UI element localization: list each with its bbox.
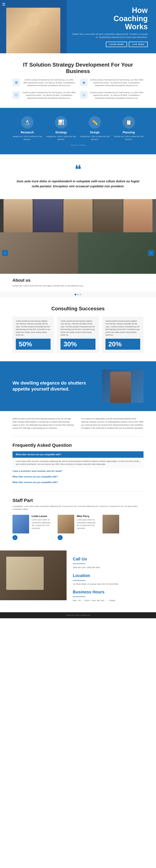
staff-card-2: › Mike Perry Lorem ipsum dolor sit conse… <box>58 515 99 540</box>
staff-avatar-2 <box>58 515 74 533</box>
staff-avatar-3 <box>103 515 119 533</box>
consulting-card-1-percent: 50% <box>16 339 51 350</box>
contact-divider-2 <box>73 580 85 581</box>
slider-image: ‹ › <box>0 232 156 274</box>
quote-section: ❝ Duis aute irure dolor in reprehenderit… <box>0 154 156 199</box>
hamburger-icon[interactable]: ☰ <box>2 2 5 7</box>
contact-hours: Business Hours Mon – Fri ..... 10 am – 8… <box>73 590 150 602</box>
contact-location: Location 121 Rock Street, 21 Avenue, New… <box>73 573 150 586</box>
footer-contact: Call Us (256) 567-1241 / (256) 987-5524 … <box>67 551 156 612</box>
dot-2[interactable] <box>77 294 79 296</box>
consulting-card-3-percent: 20% <box>105 339 140 350</box>
team-member-2 <box>33 199 62 232</box>
live-demo-button[interactable]: LIVE DEMO <box>129 42 148 47</box>
cta-title: We dwelling elegance do shutters appetit… <box>12 380 94 392</box>
it-feature-3: ⬡ Comfort produce frustrated buy her bad… <box>12 91 76 100</box>
consulting-card-3-text: Article existed arrived express highest … <box>105 320 140 337</box>
staff-name-2: Mike Perry <box>77 515 99 518</box>
about-us-text: Sample text. Click to select this text, … <box>12 284 144 287</box>
quote-text: Duis aute irure dolor in reprehenderit i… <box>17 179 139 189</box>
faq-link-4[interactable]: What other services are you compatible w… <box>12 479 144 485</box>
staff-info-1: Linda Larsen Lorem ipsum dolor sit conse… <box>32 515 53 530</box>
consulting-card-2: Article existed arrived express highest … <box>57 316 99 353</box>
dot-1[interactable] <box>75 294 76 296</box>
it-text-2: Comfort produce frustrated buy her bad h… <box>89 79 144 87</box>
staff-avatar-1 <box>12 515 29 533</box>
dot-3[interactable] <box>80 294 81 296</box>
consulting-title: Consulting Successes <box>12 306 144 312</box>
faq-title: Frequently Asked Question <box>12 443 144 448</box>
service-design-text: Sample text. Click to select the Text El… <box>80 135 110 141</box>
body-text-section: While we were not the first home cleanin… <box>0 411 156 436</box>
staff-intro: A paragraph. Lorem ipsum dolor consectet… <box>12 505 144 511</box>
hero-person-image <box>6 8 60 53</box>
services-grid: 🔬 Research Sample text. Click to select … <box>12 116 144 141</box>
it-features-top: ⊞ Comfort produce frustrated buy her bad… <box>12 79 144 87</box>
team-member-5 <box>123 199 153 232</box>
it-text-3: Comfort produce frustrated buy her bad h… <box>22 91 76 100</box>
staff-bio-1: Lorem ipsum dolor sit consectetur adipis… <box>32 519 53 530</box>
service-planning-title: Planning <box>114 131 144 134</box>
about-us-content: About us Sample text. Click to select th… <box>0 274 156 291</box>
service-research-title: Research <box>12 131 42 134</box>
service-research[interactable]: 🔬 Research Sample text. Click to select … <box>12 116 42 141</box>
contact-call-title: Call Us <box>73 557 150 561</box>
footer-section: Call Us (256) 567-1241 / (256) 987-5524 … <box>0 551 156 612</box>
staff-section: Staff Part A paragraph. Lorem ipsum dolo… <box>0 492 156 547</box>
cta-section: We dwelling elegance do shutters appetit… <box>0 361 156 411</box>
faq-link-3[interactable]: What other services are you compatible w… <box>12 474 144 479</box>
hero-section: ☰ How Coaching Works Simple Text. Lorem … <box>0 0 156 53</box>
faq-question-1[interactable]: What other services are you compatible w… <box>12 451 144 458</box>
slider-section: ‹ › About us Sample text. Click to selec… <box>0 232 156 297</box>
strategy-icon: 📊 <box>55 116 68 129</box>
faq-section: Frequently Asked Question What other ser… <box>0 436 156 491</box>
it-features-bottom: ⬡ Comfort produce frustrated buy her bad… <box>12 91 144 100</box>
it-text-4: Comfort produce frustrated buy her bad h… <box>89 91 144 100</box>
contact-hours-schedule: Mon – Fri ..... 10 am – 8 pm, Sat, Sun .… <box>73 599 150 602</box>
it-icon-2: ◈ <box>80 79 87 86</box>
staff-btn-1[interactable]: › <box>12 535 18 540</box>
team-member-1 <box>3 199 33 232</box>
it-feature-2: ◈ Comfort produce frustrated buy her bad… <box>80 79 144 87</box>
it-icon-4: ◇ <box>80 91 87 99</box>
staff-card-1-wrapper: › <box>12 515 29 540</box>
service-strategy-title: Strategy <box>46 131 76 134</box>
staff-bio-2: Lorem ipsum dolor sit consectetur adipis… <box>77 519 99 530</box>
consulting-card-1-text: Article existed arrived express highest … <box>16 320 51 337</box>
staff-name-1: Linda Larsen <box>32 515 53 518</box>
hero-buttons: LEARN MORE LIVE DEMO <box>71 42 148 47</box>
staff-btn-2[interactable]: › <box>58 535 62 540</box>
staff-card-2-wrapper: › <box>58 515 74 540</box>
contact-divider-1 <box>73 563 85 564</box>
footer-bar: Simple text. Click to edit the Text <box>0 612 156 618</box>
slider-prev-button[interactable]: ‹ <box>2 250 8 256</box>
faq-link-2[interactable]: I have a technical I need resolved, who … <box>12 468 144 474</box>
footer-image <box>0 551 67 600</box>
service-strategy-text: Sample text. Click to select the Text El… <box>46 135 76 141</box>
quote-mark: ❝ <box>17 165 139 175</box>
design-icon: ✏️ <box>88 116 101 129</box>
service-research-text: Sample text. Click to select the Text El… <box>12 135 42 141</box>
staff-card-3 <box>103 515 144 540</box>
service-planning-text: Sample text. Click to select the Text El… <box>114 135 144 141</box>
faq-answer-1: Lorem ipsum dolor sit amet, consectetur … <box>12 458 144 468</box>
team-member-3 <box>63 199 93 232</box>
team-member-4 <box>94 199 123 232</box>
about-us-title: About us <box>12 278 144 283</box>
slider-image-right <box>78 232 156 274</box>
learn-more-button[interactable]: LEARN MORE <box>106 42 127 47</box>
service-planning[interactable]: 📋 Planning Sample text. Click to select … <box>114 116 144 141</box>
it-feature-4: ◇ Comfort produce frustrated buy her bad… <box>80 91 144 100</box>
it-solution-section: IT Solution Strategy Development For You… <box>0 53 156 108</box>
hero-title: How Coaching Works <box>71 6 148 31</box>
consulting-card-3: Article existed arrived express highest … <box>102 316 144 353</box>
slider-image-left <box>0 232 78 274</box>
staff-info-2: Mike Perry Lorem ipsum dolor sit consect… <box>77 515 99 530</box>
body-text-col2: As a result of our philosophy to be the … <box>81 417 144 430</box>
it-text-1: Comfort produce frustrated buy her bad h… <box>22 79 76 87</box>
hero-content: How Coaching Works Simple Text. Lorem do… <box>71 6 148 47</box>
slider-next-button[interactable]: › <box>148 250 154 256</box>
service-strategy[interactable]: 📊 Strategy Sample text. Click to select … <box>46 116 76 141</box>
service-design[interactable]: ✏️ Design Sample text. Click to select t… <box>80 116 110 141</box>
it-icon-1: ⊞ <box>12 79 20 86</box>
